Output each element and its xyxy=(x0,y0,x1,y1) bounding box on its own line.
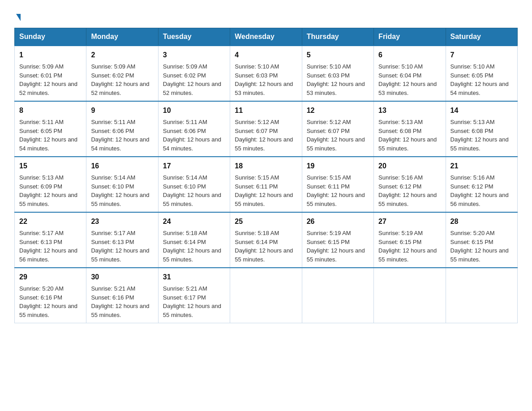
calendar-cell: 19Sunrise: 5:15 AMSunset: 6:11 PMDayligh… xyxy=(302,157,373,212)
day-number: 14 xyxy=(450,105,513,116)
calendar-cell xyxy=(446,268,517,323)
calendar-cell: 21Sunrise: 5:16 AMSunset: 6:12 PMDayligh… xyxy=(446,157,517,212)
day-info: Sunrise: 5:19 AMSunset: 6:15 PMDaylight:… xyxy=(378,229,441,264)
day-info: Sunrise: 5:14 AMSunset: 6:10 PMDaylight:… xyxy=(91,173,153,208)
day-info: Sunrise: 5:12 AMSunset: 6:07 PMDaylight:… xyxy=(307,118,369,153)
day-info: Sunrise: 5:21 AMSunset: 6:17 PMDaylight:… xyxy=(163,284,225,319)
day-number: 26 xyxy=(307,216,369,227)
page-header xyxy=(14,11,518,23)
calendar-cell xyxy=(230,268,302,323)
logo-top-row xyxy=(14,11,21,23)
day-number: 18 xyxy=(235,161,297,171)
calendar-cell: 8Sunrise: 5:11 AMSunset: 6:05 PMDaylight… xyxy=(15,101,86,157)
calendar-week-row: 15Sunrise: 5:13 AMSunset: 6:09 PMDayligh… xyxy=(15,157,518,212)
day-info: Sunrise: 5:20 AMSunset: 6:16 PMDaylight:… xyxy=(19,284,82,319)
calendar-table: SundayMondayTuesdayWednesdayThursdayFrid… xyxy=(14,28,518,323)
day-number: 29 xyxy=(19,272,82,283)
calendar-header-sunday: Sunday xyxy=(15,28,86,46)
day-number: 16 xyxy=(91,161,153,171)
calendar-cell: 2Sunrise: 5:09 AMSunset: 6:02 PMDaylight… xyxy=(86,46,158,101)
day-info: Sunrise: 5:14 AMSunset: 6:10 PMDaylight:… xyxy=(163,173,225,208)
day-number: 12 xyxy=(307,105,369,116)
calendar-cell xyxy=(302,268,373,323)
day-number: 7 xyxy=(450,50,513,60)
day-info: Sunrise: 5:09 AMSunset: 6:02 PMDaylight:… xyxy=(91,62,153,97)
calendar-cell: 24Sunrise: 5:18 AMSunset: 6:14 PMDayligh… xyxy=(158,212,230,268)
calendar-week-row: 22Sunrise: 5:17 AMSunset: 6:13 PMDayligh… xyxy=(15,212,518,268)
calendar-cell: 14Sunrise: 5:13 AMSunset: 6:08 PMDayligh… xyxy=(446,101,517,157)
calendar-cell: 29Sunrise: 5:20 AMSunset: 6:16 PMDayligh… xyxy=(15,268,86,323)
day-info: Sunrise: 5:10 AMSunset: 6:04 PMDaylight:… xyxy=(378,62,441,97)
calendar-header-row: SundayMondayTuesdayWednesdayThursdayFrid… xyxy=(15,28,518,46)
day-number: 9 xyxy=(91,105,153,116)
calendar-header-saturday: Saturday xyxy=(446,28,517,46)
calendar-cell: 18Sunrise: 5:15 AMSunset: 6:11 PMDayligh… xyxy=(230,157,302,212)
calendar-week-row: 29Sunrise: 5:20 AMSunset: 6:16 PMDayligh… xyxy=(15,268,518,323)
calendar-cell: 7Sunrise: 5:10 AMSunset: 6:05 PMDaylight… xyxy=(446,46,517,101)
calendar-cell: 31Sunrise: 5:21 AMSunset: 6:17 PMDayligh… xyxy=(158,268,230,323)
day-number: 23 xyxy=(91,216,153,227)
day-info: Sunrise: 5:11 AMSunset: 6:05 PMDaylight:… xyxy=(19,118,82,153)
day-info: Sunrise: 5:13 AMSunset: 6:08 PMDaylight:… xyxy=(450,118,513,153)
day-info: Sunrise: 5:17 AMSunset: 6:13 PMDaylight:… xyxy=(91,229,153,264)
day-number: 24 xyxy=(163,216,225,227)
calendar-cell: 17Sunrise: 5:14 AMSunset: 6:10 PMDayligh… xyxy=(158,157,230,212)
day-info: Sunrise: 5:09 AMSunset: 6:02 PMDaylight:… xyxy=(163,62,225,97)
day-info: Sunrise: 5:10 AMSunset: 6:05 PMDaylight:… xyxy=(450,62,513,97)
day-info: Sunrise: 5:18 AMSunset: 6:14 PMDaylight:… xyxy=(235,229,297,264)
calendar-cell: 11Sunrise: 5:12 AMSunset: 6:07 PMDayligh… xyxy=(230,101,302,157)
calendar-cell: 1Sunrise: 5:09 AMSunset: 6:01 PMDaylight… xyxy=(15,46,86,101)
day-info: Sunrise: 5:15 AMSunset: 6:11 PMDaylight:… xyxy=(307,173,369,208)
day-info: Sunrise: 5:13 AMSunset: 6:09 PMDaylight:… xyxy=(19,173,82,208)
calendar-cell: 4Sunrise: 5:10 AMSunset: 6:03 PMDaylight… xyxy=(230,46,302,101)
day-info: Sunrise: 5:12 AMSunset: 6:07 PMDaylight:… xyxy=(235,118,297,153)
calendar-cell: 12Sunrise: 5:12 AMSunset: 6:07 PMDayligh… xyxy=(302,101,373,157)
logo xyxy=(14,11,21,23)
logo-triangle-icon xyxy=(16,14,21,21)
calendar-cell: 25Sunrise: 5:18 AMSunset: 6:14 PMDayligh… xyxy=(230,212,302,268)
day-number: 2 xyxy=(91,50,153,60)
calendar-cell: 20Sunrise: 5:16 AMSunset: 6:12 PMDayligh… xyxy=(374,157,446,212)
day-number: 25 xyxy=(235,216,297,227)
day-number: 31 xyxy=(163,272,225,283)
day-number: 15 xyxy=(19,161,82,171)
day-info: Sunrise: 5:17 AMSunset: 6:13 PMDaylight:… xyxy=(19,229,82,264)
day-number: 6 xyxy=(378,50,441,60)
calendar-cell: 22Sunrise: 5:17 AMSunset: 6:13 PMDayligh… xyxy=(15,212,86,268)
calendar-cell: 3Sunrise: 5:09 AMSunset: 6:02 PMDaylight… xyxy=(158,46,230,101)
day-number: 5 xyxy=(307,50,369,60)
day-info: Sunrise: 5:16 AMSunset: 6:12 PMDaylight:… xyxy=(450,173,513,208)
day-info: Sunrise: 5:10 AMSunset: 6:03 PMDaylight:… xyxy=(235,62,297,97)
calendar-cell: 9Sunrise: 5:11 AMSunset: 6:06 PMDaylight… xyxy=(86,101,158,157)
day-info: Sunrise: 5:11 AMSunset: 6:06 PMDaylight:… xyxy=(91,118,153,153)
day-number: 20 xyxy=(378,161,441,171)
day-number: 10 xyxy=(163,105,225,116)
calendar-cell: 5Sunrise: 5:10 AMSunset: 6:03 PMDaylight… xyxy=(302,46,373,101)
day-number: 17 xyxy=(163,161,225,171)
day-info: Sunrise: 5:16 AMSunset: 6:12 PMDaylight:… xyxy=(378,173,441,208)
calendar-cell: 15Sunrise: 5:13 AMSunset: 6:09 PMDayligh… xyxy=(15,157,86,212)
day-info: Sunrise: 5:11 AMSunset: 6:06 PMDaylight:… xyxy=(163,118,225,153)
day-number: 19 xyxy=(307,161,369,171)
day-number: 28 xyxy=(450,216,513,227)
calendar-cell xyxy=(374,268,446,323)
day-info: Sunrise: 5:18 AMSunset: 6:14 PMDaylight:… xyxy=(163,229,225,264)
day-info: Sunrise: 5:20 AMSunset: 6:15 PMDaylight:… xyxy=(450,229,513,264)
day-info: Sunrise: 5:15 AMSunset: 6:11 PMDaylight:… xyxy=(235,173,297,208)
day-number: 3 xyxy=(163,50,225,60)
calendar-cell: 10Sunrise: 5:11 AMSunset: 6:06 PMDayligh… xyxy=(158,101,230,157)
day-number: 13 xyxy=(378,105,441,116)
calendar-header-friday: Friday xyxy=(374,28,446,46)
day-info: Sunrise: 5:10 AMSunset: 6:03 PMDaylight:… xyxy=(307,62,369,97)
day-number: 22 xyxy=(19,216,82,227)
day-number: 30 xyxy=(91,272,153,283)
day-number: 11 xyxy=(235,105,297,116)
day-number: 27 xyxy=(378,216,441,227)
calendar-cell: 6Sunrise: 5:10 AMSunset: 6:04 PMDaylight… xyxy=(374,46,446,101)
calendar-header-wednesday: Wednesday xyxy=(230,28,302,46)
calendar-header-thursday: Thursday xyxy=(302,28,373,46)
calendar-header-tuesday: Tuesday xyxy=(158,28,230,46)
calendar-week-row: 8Sunrise: 5:11 AMSunset: 6:05 PMDaylight… xyxy=(15,101,518,157)
calendar-cell: 27Sunrise: 5:19 AMSunset: 6:15 PMDayligh… xyxy=(374,212,446,268)
calendar-cell: 30Sunrise: 5:21 AMSunset: 6:16 PMDayligh… xyxy=(86,268,158,323)
